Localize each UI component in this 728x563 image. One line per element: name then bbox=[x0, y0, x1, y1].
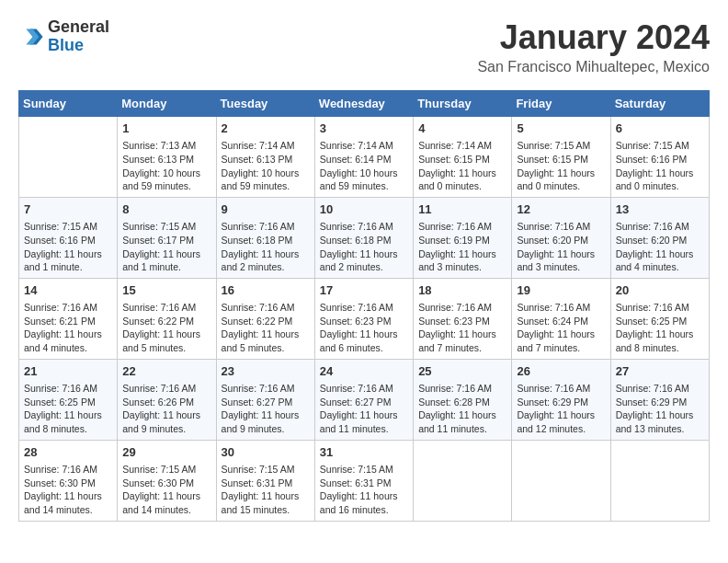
day-number: 20 bbox=[616, 282, 704, 299]
calendar-cell: 3Sunrise: 7:14 AMSunset: 6:14 PMDaylight… bbox=[314, 117, 413, 198]
day-info: Sunrise: 7:15 AMSunset: 6:30 PMDaylight:… bbox=[122, 463, 210, 517]
header-saturday: Saturday bbox=[610, 91, 709, 117]
calendar-cell: 19Sunrise: 7:16 AMSunset: 6:24 PMDayligh… bbox=[512, 278, 610, 359]
day-info: Sunrise: 7:16 AMSunset: 6:20 PMDaylight:… bbox=[517, 220, 605, 274]
day-info: Sunrise: 7:16 AMSunset: 6:20 PMDaylight:… bbox=[616, 220, 704, 274]
day-number: 14 bbox=[24, 282, 112, 299]
day-number: 18 bbox=[418, 282, 506, 299]
general-blue-logo-icon bbox=[18, 24, 44, 50]
calendar-cell: 8Sunrise: 7:15 AMSunset: 6:17 PMDaylight… bbox=[118, 197, 216, 278]
day-info: Sunrise: 7:15 AMSunset: 6:16 PMDaylight:… bbox=[24, 220, 112, 274]
day-info: Sunrise: 7:16 AMSunset: 6:29 PMDaylight:… bbox=[517, 382, 605, 436]
day-number: 21 bbox=[24, 363, 112, 380]
calendar-cell: 5Sunrise: 7:15 AMSunset: 6:15 PMDaylight… bbox=[512, 117, 610, 198]
calendar-cell: 30Sunrise: 7:15 AMSunset: 6:31 PMDayligh… bbox=[216, 440, 314, 521]
header-monday: Monday bbox=[118, 91, 216, 117]
day-info: Sunrise: 7:15 AMSunset: 6:31 PMDaylight:… bbox=[320, 463, 408, 517]
day-number: 9 bbox=[222, 201, 310, 218]
day-info: Sunrise: 7:16 AMSunset: 6:27 PMDaylight:… bbox=[320, 382, 408, 436]
day-info: Sunrise: 7:15 AMSunset: 6:16 PMDaylight:… bbox=[616, 139, 704, 193]
logo-area: General Blue bbox=[18, 18, 109, 55]
logo-blue: Blue bbox=[48, 37, 109, 55]
calendar-cell: 20Sunrise: 7:16 AMSunset: 6:25 PMDayligh… bbox=[610, 278, 709, 359]
calendar-cell: 26Sunrise: 7:16 AMSunset: 6:29 PMDayligh… bbox=[512, 359, 610, 440]
calendar-cell: 24Sunrise: 7:16 AMSunset: 6:27 PMDayligh… bbox=[314, 359, 413, 440]
calendar-cell bbox=[512, 440, 610, 521]
day-info: Sunrise: 7:16 AMSunset: 6:22 PMDaylight:… bbox=[122, 301, 210, 355]
calendar-cell: 4Sunrise: 7:14 AMSunset: 6:15 PMDaylight… bbox=[414, 117, 512, 198]
day-info: Sunrise: 7:15 AMSunset: 6:31 PMDaylight:… bbox=[222, 463, 310, 517]
calendar-cell: 15Sunrise: 7:16 AMSunset: 6:22 PMDayligh… bbox=[118, 278, 216, 359]
day-info: Sunrise: 7:16 AMSunset: 6:22 PMDaylight:… bbox=[222, 301, 310, 355]
day-info: Sunrise: 7:15 AMSunset: 6:15 PMDaylight:… bbox=[517, 139, 605, 193]
day-number: 2 bbox=[222, 121, 310, 137]
title-area: January 2024 San Francisco Mihualtepec, … bbox=[477, 18, 710, 75]
header-friday: Friday bbox=[512, 91, 610, 117]
calendar-table: Sunday Monday Tuesday Wednesday Thursday… bbox=[18, 90, 710, 522]
day-info: Sunrise: 7:16 AMSunset: 6:24 PMDaylight:… bbox=[517, 301, 605, 355]
page-container: General Blue January 2024 San Francisco … bbox=[18, 18, 710, 522]
calendar-cell: 6Sunrise: 7:15 AMSunset: 6:16 PMDaylight… bbox=[610, 117, 709, 198]
day-info: Sunrise: 7:16 AMSunset: 6:19 PMDaylight:… bbox=[418, 220, 506, 274]
calendar-cell: 31Sunrise: 7:15 AMSunset: 6:31 PMDayligh… bbox=[314, 440, 413, 521]
calendar-week-4: 21Sunrise: 7:16 AMSunset: 6:25 PMDayligh… bbox=[19, 359, 710, 440]
day-info: Sunrise: 7:16 AMSunset: 6:27 PMDaylight:… bbox=[222, 382, 310, 436]
day-info: Sunrise: 7:16 AMSunset: 6:21 PMDaylight:… bbox=[24, 301, 112, 355]
day-info: Sunrise: 7:16 AMSunset: 6:18 PMDaylight:… bbox=[320, 220, 408, 274]
day-info: Sunrise: 7:16 AMSunset: 6:30 PMDaylight:… bbox=[24, 463, 112, 517]
day-number: 7 bbox=[24, 201, 112, 218]
calendar-cell: 28Sunrise: 7:16 AMSunset: 6:30 PMDayligh… bbox=[19, 440, 118, 521]
calendar-cell: 23Sunrise: 7:16 AMSunset: 6:27 PMDayligh… bbox=[216, 359, 314, 440]
calendar-week-5: 28Sunrise: 7:16 AMSunset: 6:30 PMDayligh… bbox=[19, 440, 710, 521]
day-info: Sunrise: 7:14 AMSunset: 6:15 PMDaylight:… bbox=[418, 139, 506, 193]
day-info: Sunrise: 7:16 AMSunset: 6:23 PMDaylight:… bbox=[418, 301, 506, 355]
day-info: Sunrise: 7:15 AMSunset: 6:17 PMDaylight:… bbox=[122, 220, 210, 274]
calendar-cell: 25Sunrise: 7:16 AMSunset: 6:28 PMDayligh… bbox=[414, 359, 512, 440]
day-info: Sunrise: 7:16 AMSunset: 6:25 PMDaylight:… bbox=[24, 382, 112, 436]
calendar-cell: 13Sunrise: 7:16 AMSunset: 6:20 PMDayligh… bbox=[610, 197, 709, 278]
day-number: 19 bbox=[517, 282, 605, 299]
calendar-cell: 12Sunrise: 7:16 AMSunset: 6:20 PMDayligh… bbox=[512, 197, 610, 278]
day-number: 26 bbox=[517, 363, 605, 380]
header-sunday: Sunday bbox=[19, 91, 118, 117]
day-number: 30 bbox=[222, 444, 310, 461]
calendar-cell: 18Sunrise: 7:16 AMSunset: 6:23 PMDayligh… bbox=[414, 278, 512, 359]
header-tuesday: Tuesday bbox=[216, 91, 314, 117]
calendar-cell bbox=[414, 440, 512, 521]
calendar-cell: 1Sunrise: 7:13 AMSunset: 6:13 PMDaylight… bbox=[118, 117, 216, 198]
day-number: 12 bbox=[517, 201, 605, 218]
day-number: 23 bbox=[222, 363, 310, 380]
header: General Blue January 2024 San Francisco … bbox=[18, 18, 710, 75]
day-info: Sunrise: 7:14 AMSunset: 6:13 PMDaylight:… bbox=[222, 139, 310, 193]
day-number: 13 bbox=[616, 201, 704, 218]
calendar-cell: 29Sunrise: 7:15 AMSunset: 6:30 PMDayligh… bbox=[118, 440, 216, 521]
logo-text: General Blue bbox=[48, 18, 109, 55]
day-number: 24 bbox=[320, 363, 408, 380]
calendar-cell: 22Sunrise: 7:16 AMSunset: 6:26 PMDayligh… bbox=[118, 359, 216, 440]
calendar-cell: 21Sunrise: 7:16 AMSunset: 6:25 PMDayligh… bbox=[19, 359, 118, 440]
day-number: 28 bbox=[24, 444, 112, 461]
calendar-week-1: 1Sunrise: 7:13 AMSunset: 6:13 PMDaylight… bbox=[19, 117, 710, 198]
day-number: 1 bbox=[122, 121, 210, 137]
day-info: Sunrise: 7:13 AMSunset: 6:13 PMDaylight:… bbox=[122, 139, 210, 193]
calendar-cell: 17Sunrise: 7:16 AMSunset: 6:23 PMDayligh… bbox=[314, 278, 413, 359]
calendar-cell bbox=[610, 440, 709, 521]
calendar-cell: 7Sunrise: 7:15 AMSunset: 6:16 PMDaylight… bbox=[19, 197, 118, 278]
logo-general: General bbox=[48, 18, 109, 37]
day-number: 6 bbox=[616, 121, 704, 137]
month-title: January 2024 bbox=[477, 18, 710, 57]
day-info: Sunrise: 7:16 AMSunset: 6:29 PMDaylight:… bbox=[616, 382, 704, 436]
calendar-cell: 9Sunrise: 7:16 AMSunset: 6:18 PMDaylight… bbox=[216, 197, 314, 278]
day-info: Sunrise: 7:16 AMSunset: 6:23 PMDaylight:… bbox=[320, 301, 408, 355]
day-info: Sunrise: 7:16 AMSunset: 6:28 PMDaylight:… bbox=[418, 382, 506, 436]
calendar-cell: 16Sunrise: 7:16 AMSunset: 6:22 PMDayligh… bbox=[216, 278, 314, 359]
day-number: 4 bbox=[418, 121, 506, 137]
calendar-cell: 2Sunrise: 7:14 AMSunset: 6:13 PMDaylight… bbox=[216, 117, 314, 198]
day-number: 31 bbox=[320, 444, 408, 461]
day-number: 16 bbox=[222, 282, 310, 299]
day-info: Sunrise: 7:16 AMSunset: 6:26 PMDaylight:… bbox=[122, 382, 210, 436]
calendar-cell: 10Sunrise: 7:16 AMSunset: 6:18 PMDayligh… bbox=[314, 197, 413, 278]
calendar-cell: 11Sunrise: 7:16 AMSunset: 6:19 PMDayligh… bbox=[414, 197, 512, 278]
day-number: 22 bbox=[122, 363, 210, 380]
calendar-week-3: 14Sunrise: 7:16 AMSunset: 6:21 PMDayligh… bbox=[19, 278, 710, 359]
